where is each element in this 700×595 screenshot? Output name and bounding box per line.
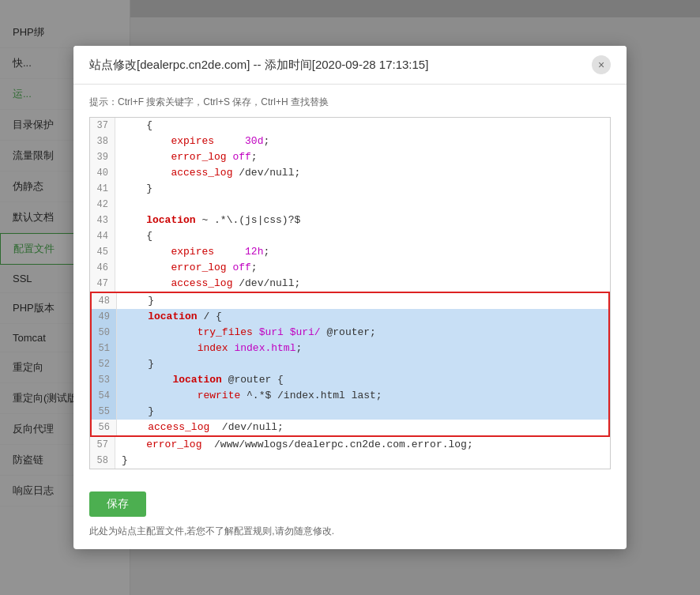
code-line-46: 46 error_log off; <box>90 260 610 276</box>
code-line-40: 40 access_log /dev/null; <box>90 165 610 181</box>
code-line-50: 50 try_files $uri $uri/ @router; <box>90 325 610 341</box>
modal-body: 提示：Ctrl+F 搜索关键字，Ctrl+S 保存，Ctrl+H 查找替换 37… <box>73 85 627 549</box>
modal-overlay: 站点修改[dealerpc.cn2de.com] -- 添加时间[2020-09… <box>0 0 700 595</box>
code-line-53: 53 location @router { <box>90 372 610 388</box>
code-line-57: 57 error_log /www/wwwlogs/dealerpc.cn2de… <box>90 437 610 453</box>
code-line-52: 52 } <box>90 356 610 372</box>
code-line-39: 39 error_log off; <box>90 149 610 165</box>
code-line-42: 42 <box>90 197 610 213</box>
code-line-41: 41 } <box>90 181 610 197</box>
code-line-44: 44 { <box>90 228 610 244</box>
modal-header: 站点修改[dealerpc.cn2de.com] -- 添加时间[2020-09… <box>73 46 627 85</box>
code-line-37: 37 { <box>90 118 610 134</box>
code-line-45: 45 expires 12h; <box>90 244 610 260</box>
code-line-43: 43 location ~ .*\.(js|css)?$ <box>90 213 610 228</box>
hint-text: 提示：Ctrl+F 搜索关键字，Ctrl+S 保存，Ctrl+H 查找替换 <box>89 96 611 109</box>
modal-title: 站点修改[dealerpc.cn2de.com] -- 添加时间[2020-09… <box>89 58 428 73</box>
footer-hint: 此处为站点主配置文件,若您不了解配置规则,请勿随意修改. <box>89 525 611 538</box>
code-line-38: 38 expires 30d; <box>90 134 610 149</box>
code-line-56: 56 access_log /dev/null; <box>90 420 610 437</box>
code-line-49: 49 location / { <box>90 309 610 325</box>
modal-close-button[interactable]: × <box>592 55 611 74</box>
code-line-55: 55 } <box>90 404 610 420</box>
code-line-58: 58 } <box>90 453 610 469</box>
code-line-48: 48 } <box>90 292 610 309</box>
save-button[interactable]: 保存 <box>89 491 146 517</box>
code-line-54: 54 rewrite ^.*$ /index.html last; <box>90 388 610 404</box>
code-line-51: 51 index index.html; <box>90 341 610 356</box>
code-line-47: 47 access_log /dev/null; <box>90 276 610 292</box>
code-editor[interactable]: 37 { 38 expires 30d; 39 error_log off; <box>89 117 611 469</box>
modal-dialog: 站点修改[dealerpc.cn2de.com] -- 添加时间[2020-09… <box>73 46 627 549</box>
